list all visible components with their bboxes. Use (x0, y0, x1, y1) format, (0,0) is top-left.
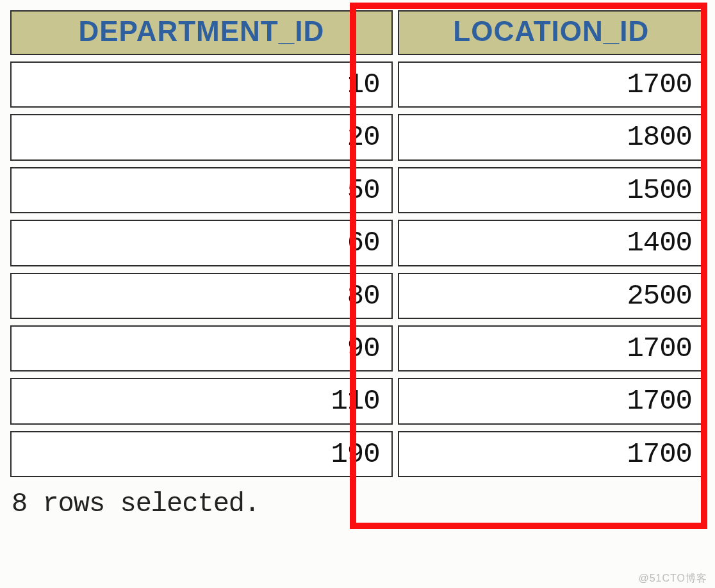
cell-location-id: 1800 (398, 114, 705, 160)
cell-department-id: 20 (10, 114, 393, 160)
table-row: 10 1700 (10, 61, 705, 108)
cell-department-id: 190 (10, 431, 393, 477)
cell-location-id: 1700 (398, 431, 705, 477)
column-header-department-id: DEPARTMENT_ID (10, 10, 393, 55)
table-row: 190 1700 (10, 431, 705, 477)
cell-department-id: 90 (10, 325, 393, 372)
table-row: 90 1700 (10, 325, 705, 372)
cell-department-id: 50 (10, 167, 393, 213)
cell-department-id: 110 (10, 378, 393, 424)
cell-location-id: 1700 (398, 61, 705, 108)
cell-department-id: 60 (10, 220, 393, 266)
table-row: 110 1700 (10, 378, 705, 424)
cell-department-id: 80 (10, 273, 393, 319)
cell-location-id: 2500 (398, 273, 705, 319)
status-rows-selected: 8 rows selected. (5, 484, 710, 519)
watermark-text: @51CTO博客 (638, 572, 707, 585)
table-row: 60 1400 (10, 220, 705, 266)
cell-location-id: 1500 (398, 167, 705, 213)
cell-location-id: 1400 (398, 220, 705, 266)
table-row: 80 2500 (10, 273, 705, 319)
column-header-location-id: LOCATION_ID (398, 10, 705, 55)
cell-department-id: 10 (10, 61, 393, 108)
cell-location-id: 1700 (398, 378, 705, 424)
table-row: 20 1800 (10, 114, 705, 160)
query-result-table: DEPARTMENT_ID LOCATION_ID 10 1700 20 180… (5, 4, 710, 484)
table-row: 50 1500 (10, 167, 705, 213)
cell-location-id: 1700 (398, 325, 705, 372)
